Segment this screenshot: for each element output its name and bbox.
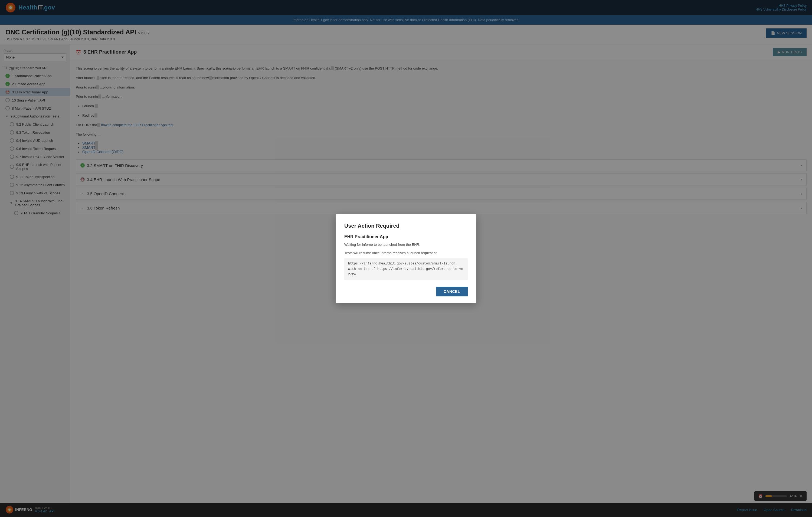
modal-code-block: https://inferno.healthit.gov/suites/cust… bbox=[344, 258, 468, 280]
modal-actions: CANCEL bbox=[344, 287, 468, 296]
modal-overlay: User Action Required EHR Practitioner Ap… bbox=[0, 0, 812, 517]
modal-resume-text: Tests will resume once Inferno receives … bbox=[344, 250, 468, 280]
modal-section-title: EHR Practitioner App bbox=[344, 234, 468, 239]
modal-waiting-text: Waiting for Inferno to be launched from … bbox=[344, 242, 468, 248]
modal-title: User Action Required bbox=[344, 223, 468, 229]
modal-dialog: User Action Required EHR Practitioner Ap… bbox=[336, 214, 476, 303]
cancel-button[interactable]: CANCEL bbox=[436, 287, 468, 296]
